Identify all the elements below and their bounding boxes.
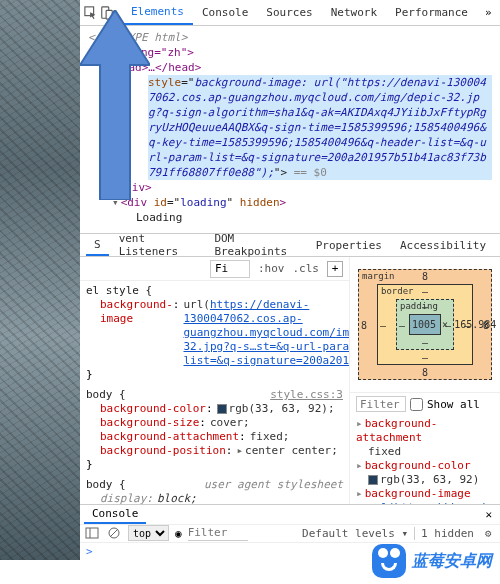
svg-line-6 — [110, 529, 118, 537]
watermark-logo-icon — [372, 544, 406, 578]
subtab-event-listeners[interactable]: vent Listeners — [111, 234, 205, 256]
tabs-overflow[interactable]: » — [479, 6, 498, 19]
sidebar-toggle-icon[interactable] — [84, 525, 100, 541]
tab-network[interactable]: Network — [322, 0, 386, 25]
computed-filter-bar: Show all — [350, 392, 500, 415]
color-swatch[interactable] — [217, 404, 227, 414]
loading-text[interactable]: Loading — [88, 210, 492, 225]
head-tag[interactable]: ▸<head>…</head> — [88, 60, 492, 75]
computed-pane: margin 8888 border –––– padding –––– 100… — [350, 257, 500, 504]
rule-body-stylesheet[interactable]: body {style.css:3 background-color:rgb(3… — [86, 388, 343, 472]
subtab-dom-breakpoints[interactable]: DOM Breakpoints — [206, 234, 305, 256]
elements-sub-tabs: S vent Listeners DOM Breakpoints Propert… — [80, 233, 500, 257]
devtools-panel: Elements Console Sources Network Perform… — [80, 0, 500, 560]
computed-list[interactable]: ▸background-attachmentfixed ▸background-… — [350, 415, 500, 504]
lower-panes: :hov .cls + el style { background-image:… — [80, 257, 500, 504]
show-all-label: Show all — [427, 398, 480, 411]
computed-filter-input[interactable] — [356, 396, 406, 412]
log-levels[interactable]: Default levels ▾ — [302, 527, 408, 540]
dom-tree[interactable]: <!DOCTYPE html> <html lang="zh"> ▸<head>… — [80, 26, 500, 233]
doctype[interactable]: <!DOCTYPE html> — [88, 30, 492, 45]
drawer-tab-console[interactable]: Console — [84, 505, 146, 524]
styles-toolbar: :hov .cls + — [80, 257, 349, 281]
context-selector[interactable]: top — [128, 525, 169, 541]
loading-div[interactable]: ▾<div id="loading" hidden> — [88, 195, 492, 210]
style-rules[interactable]: el style { background-image:url(https://… — [80, 281, 349, 504]
inspect-icon[interactable] — [84, 5, 98, 21]
device-toggle-icon[interactable] — [100, 5, 114, 21]
new-rule-button[interactable]: + — [327, 261, 343, 277]
div-close[interactable]: </div> — [88, 180, 492, 195]
drawer-close-icon[interactable]: ✕ — [481, 508, 496, 521]
page-background — [0, 0, 80, 560]
html-tag[interactable]: <html lang="zh"> — [88, 45, 492, 60]
subtab-accessibility[interactable]: Accessibility — [392, 234, 494, 256]
live-expr-icon[interactable]: ◉ — [175, 527, 182, 540]
tab-elements[interactable]: Elements — [122, 0, 193, 25]
watermark-text: 蓝莓安卓网 — [412, 551, 492, 572]
subtab-styles[interactable]: S — [86, 234, 109, 256]
console-filter-input[interactable] — [188, 525, 248, 541]
body-tag-selected[interactable]: style="background-image: url("https://de… — [148, 75, 492, 180]
cls-toggle[interactable]: .cls — [293, 262, 320, 275]
svg-rect-3 — [86, 528, 98, 538]
tab-performance[interactable]: Performance — [386, 0, 477, 25]
svg-rect-2 — [106, 10, 112, 19]
box-model-content: 1005 × 165.984 — [409, 314, 441, 335]
main-tabs: Elements Console Sources Network Perform… — [122, 0, 477, 25]
settings-icon[interactable]: ⚙ — [480, 525, 496, 541]
rule-element-style[interactable]: el style { background-image:url(https://… — [86, 284, 343, 382]
clear-console-icon[interactable] — [106, 525, 122, 541]
hov-toggle[interactable]: :hov — [258, 262, 285, 275]
show-all-checkbox[interactable] — [410, 398, 423, 411]
main-toolbar: Elements Console Sources Network Perform… — [80, 0, 500, 26]
styles-pane: :hov .cls + el style { background-image:… — [80, 257, 350, 504]
tab-console[interactable]: Console — [193, 0, 257, 25]
rule-body-ua[interactable]: body {user agent stylesheet display:bloc… — [86, 478, 343, 504]
subtab-properties[interactable]: Properties — [308, 234, 390, 256]
watermark: 蓝莓安卓网 — [372, 544, 492, 578]
tab-sources[interactable]: Sources — [257, 0, 321, 25]
box-model[interactable]: margin 8888 border –––– padding –––– 100… — [350, 257, 500, 392]
hidden-count[interactable]: 1 hidden — [414, 527, 474, 540]
styles-filter-input[interactable] — [210, 260, 250, 278]
